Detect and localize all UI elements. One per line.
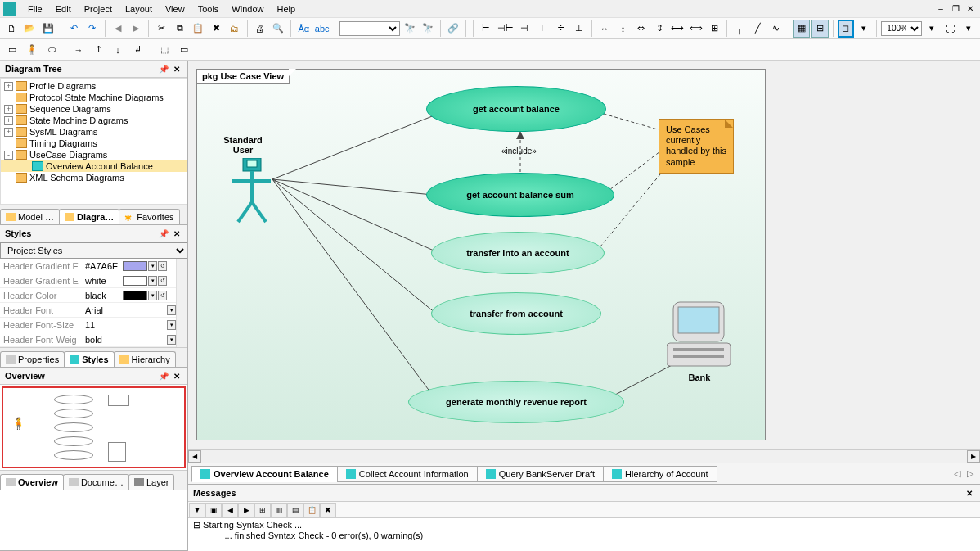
combo-1[interactable] xyxy=(339,21,400,36)
actor-bank-icon[interactable] xyxy=(667,297,731,369)
line-style2-icon[interactable]: ╱ xyxy=(749,20,766,38)
diagram-tree[interactable]: +Profile DiagramsProtocol State Machine … xyxy=(0,78,187,205)
styles-scope-combo[interactable]: Project Styles xyxy=(0,242,187,259)
tab-hierarchy[interactable]: Hierarchy xyxy=(114,351,176,367)
tab-prev-icon[interactable]: ◁ xyxy=(951,468,964,479)
usecase-transfer-from[interactable]: transfer from account xyxy=(431,292,601,335)
undo-icon[interactable]: ↶ xyxy=(65,20,82,38)
msg-btn3[interactable]: ◀ xyxy=(222,503,238,517)
tab-model[interactable]: Model … xyxy=(0,209,60,224)
copy-icon[interactable]: ⧉ xyxy=(171,20,187,38)
size-eq-icon[interactable]: ⊞ xyxy=(706,20,722,38)
style-row[interactable]: Header Gradient Ewhite▾↺ xyxy=(0,273,176,288)
tree-item[interactable]: +State Machine Diagrams xyxy=(1,115,187,126)
tab-styles[interactable]: Styles xyxy=(64,351,114,367)
dist-h-icon[interactable]: ↔ xyxy=(596,20,613,38)
grid-show-icon[interactable]: ⊞ xyxy=(811,20,828,38)
tree-item[interactable]: +Profile Diagrams xyxy=(1,80,187,92)
style-row[interactable]: Header Gradient E#A7A6E▾↺ xyxy=(0,259,176,273)
msg-clear-icon[interactable]: ✖ xyxy=(320,503,336,517)
msg-btn7[interactable]: ▤ xyxy=(287,503,303,517)
actor-tool-icon[interactable]: 🧍 xyxy=(23,41,41,59)
space-v-icon[interactable]: ⇕ xyxy=(651,20,668,38)
tab-favorites[interactable]: ✱Favorites xyxy=(119,209,179,224)
print-preview-icon[interactable]: 🔍 xyxy=(270,20,286,38)
tab-overview[interactable]: Overview xyxy=(0,474,64,490)
size-v-icon[interactable]: ⟺ xyxy=(688,20,704,38)
fit-icon[interactable]: ⛶ xyxy=(942,20,959,38)
usecase-transfer-into[interactable]: transfer into an account xyxy=(431,232,605,274)
stack-icon[interactable]: 🗂 xyxy=(226,20,242,38)
view-mode-dd-icon[interactable]: ▾ xyxy=(856,20,872,38)
style-row[interactable]: Header Font-Weigbold▾ xyxy=(0,332,176,347)
styles-grid[interactable]: Header Gradient E#A7A6E▾↺Header Gradient… xyxy=(0,259,176,347)
assoc-tool-icon[interactable]: → xyxy=(70,41,88,59)
paste-icon[interactable]: 📋 xyxy=(190,20,206,38)
new-icon[interactable]: 🗋 xyxy=(3,20,20,38)
scrollbar[interactable] xyxy=(176,259,187,347)
close-icon[interactable]: ✕ xyxy=(171,228,182,239)
style-row[interactable]: Header Colorblack▾↺ xyxy=(0,288,176,303)
align-right-icon[interactable]: ⊣ xyxy=(516,20,533,38)
realize-tool-icon[interactable]: ↲ xyxy=(128,41,146,59)
menu-edit[interactable]: Edit xyxy=(49,2,78,16)
oval-tool-icon[interactable]: ⬭ xyxy=(43,41,61,59)
close-button[interactable]: ✕ xyxy=(964,3,977,15)
menu-file[interactable]: File xyxy=(21,2,49,16)
note-tool-icon[interactable]: ▭ xyxy=(3,41,21,59)
diagram-canvas[interactable]: pkg Use Case View Standard User get acco… xyxy=(188,61,980,449)
canvas-hscroll[interactable]: ◀▶ xyxy=(188,449,980,463)
binoculars2-icon[interactable]: 🔭 xyxy=(420,20,436,38)
size-h-icon[interactable]: ⟷ xyxy=(669,20,686,38)
cut-icon[interactable]: ✂ xyxy=(153,20,169,38)
line-style1-icon[interactable]: ┌ xyxy=(731,20,748,38)
minimize-button[interactable]: – xyxy=(934,3,947,15)
save-icon[interactable]: 💾 xyxy=(40,20,56,38)
tab-next-icon[interactable]: ▷ xyxy=(964,468,977,479)
style-row[interactable]: Header FontArial▾ xyxy=(0,303,176,318)
zoom-dd-icon[interactable]: ▾ xyxy=(924,20,940,38)
tab-documentation[interactable]: Docume… xyxy=(63,474,129,490)
zoom-combo[interactable]: 100% xyxy=(881,21,922,36)
binoculars-icon[interactable]: 🔭 xyxy=(402,20,418,38)
align-middle-icon[interactable]: ≑ xyxy=(552,20,569,38)
msg-btn2[interactable]: ▣ xyxy=(205,503,222,517)
tree-item[interactable]: +SysML Diagrams xyxy=(1,126,187,138)
tree-item[interactable]: Timing Diagrams xyxy=(1,138,187,149)
msg-btn6[interactable]: ▥ xyxy=(271,503,287,517)
actor-standard-user-icon[interactable] xyxy=(232,158,271,224)
back-icon[interactable]: ◀ xyxy=(109,20,125,38)
msg-btn4[interactable]: ▶ xyxy=(238,503,254,517)
style-row[interactable]: Header Font-Size11▾ xyxy=(0,318,176,332)
restore-button[interactable]: ❐ xyxy=(949,3,962,15)
tab-properties[interactable]: Properties xyxy=(0,351,65,367)
align-center-icon[interactable]: ⊣⊢ xyxy=(497,20,515,38)
close-icon[interactable]: ✕ xyxy=(171,63,182,75)
align-left-icon[interactable]: ⊢ xyxy=(478,20,494,38)
doc-tab-overview-balance[interactable]: Overview Account Balance xyxy=(191,466,338,482)
tab-diagram[interactable]: Diagra… xyxy=(59,209,119,224)
tree-item[interactable]: +Sequence Diagrams xyxy=(1,103,187,115)
doc-tab-hierarchy-account[interactable]: Hierarchy of Account xyxy=(603,466,717,482)
align-bottom-icon[interactable]: ⊥ xyxy=(571,20,587,38)
pin-icon[interactable]: 📌 xyxy=(158,370,169,382)
find-replace-b-icon[interactable]: abc xyxy=(314,20,330,38)
align-top-icon[interactable]: ⊤ xyxy=(534,20,551,38)
menu-window[interactable]: Window xyxy=(225,2,270,16)
close-icon[interactable]: ✕ xyxy=(964,487,975,499)
print-icon[interactable]: 🖨 xyxy=(252,20,268,38)
forward-icon[interactable]: ▶ xyxy=(128,20,144,38)
fit-dd-icon[interactable]: ▾ xyxy=(960,20,977,38)
pin-icon[interactable]: 📌 xyxy=(158,63,169,75)
pin-icon[interactable]: 📌 xyxy=(158,228,169,239)
filter-icon[interactable]: ▼ xyxy=(189,503,205,517)
line-style3-icon[interactable]: ∿ xyxy=(768,20,784,38)
class-tool-icon[interactable]: ▭ xyxy=(175,41,193,59)
find-replace-a-icon[interactable]: Åα xyxy=(295,20,312,38)
include-tool-icon[interactable]: ↥ xyxy=(89,41,107,59)
menu-layout[interactable]: Layout xyxy=(119,2,159,16)
note-usecases[interactable]: Use Cases currently handled by this samp… xyxy=(659,119,734,174)
package-tool-icon[interactable]: ⬚ xyxy=(155,41,173,59)
usecase-monthly-report[interactable]: generate monthly revenue report xyxy=(408,381,624,423)
usecase-get-balance-sum[interactable]: get account balance sum xyxy=(426,173,614,217)
